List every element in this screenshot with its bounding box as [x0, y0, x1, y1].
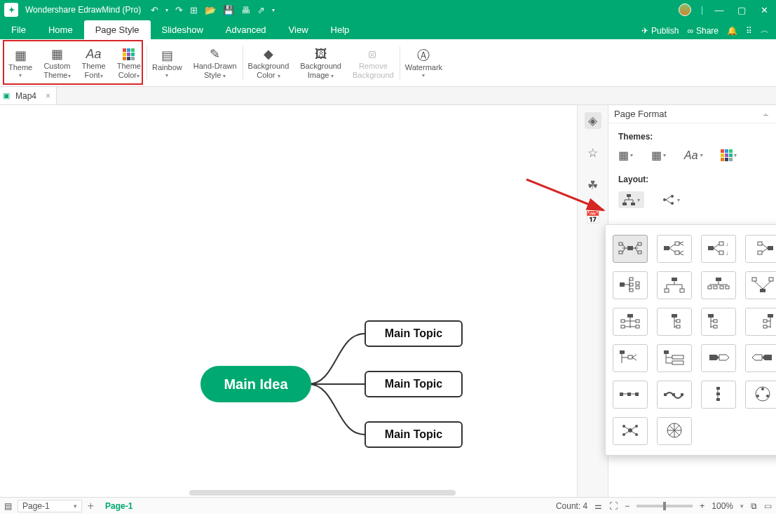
user-avatar-icon[interactable] [679, 4, 691, 16]
horizontal-scrollbar[interactable] [189, 490, 456, 496]
redo-icon[interactable]: ↷ [175, 5, 183, 15]
notifications-icon[interactable]: 🔔 [727, 26, 737, 36]
theme-color-button[interactable]: ▾ [721, 149, 737, 161]
layout-option[interactable] [745, 308, 776, 336]
layout-option[interactable] [657, 271, 692, 299]
layout-option[interactable] [657, 417, 692, 445]
ribbon-bg-image[interactable]: 🖼 Background Image ▾ [294, 42, 347, 84]
mind-topic-node[interactable]: Main Topic [365, 320, 463, 347]
layout-option[interactable] [657, 235, 692, 263]
ribbon-bg-color[interactable]: ◆ Background Color ▾ [243, 42, 295, 84]
svg-line-20 [622, 248, 625, 252]
star-icon[interactable]: ☆ [585, 144, 601, 161]
outline-icon[interactable]: ▤ [4, 501, 12, 511]
single-page-icon[interactable]: ▭ [764, 501, 772, 511]
custom-theme-button[interactable]: ▦▾ [651, 149, 666, 162]
share-button[interactable]: ∞ Share [687, 26, 719, 36]
menu-help[interactable]: Help [320, 20, 361, 39]
svg-rect-26 [675, 242, 679, 245]
bg-color-icon: ◆ [264, 46, 273, 62]
add-page-button[interactable]: + [88, 500, 94, 512]
minimize-button[interactable]: — [713, 5, 726, 15]
qat-dd-icon[interactable]: ▾ [272, 7, 275, 13]
ribbon-watermark[interactable]: Ⓐ Watermark▾ [400, 42, 448, 84]
fit-icon[interactable]: ⛶ [609, 501, 618, 511]
menu-advanced[interactable]: Advanced [215, 20, 278, 39]
menu-slideshow[interactable]: Slideshow [151, 20, 215, 39]
layout-option[interactable] [745, 271, 776, 299]
theme-preset-button[interactable]: ▦▾ [618, 149, 633, 162]
theme-color-icon [123, 46, 135, 62]
layout-option[interactable] [613, 271, 648, 299]
layout-structure-button[interactable]: ▾ [618, 191, 644, 208]
layout-option[interactable] [745, 235, 776, 263]
collapse-ribbon-icon[interactable]: ︿ [761, 25, 769, 36]
format-icon[interactable]: ◈ [585, 112, 601, 129]
pin-icon[interactable]: ⫠ [761, 109, 770, 119]
svg-rect-93 [768, 314, 773, 318]
layout-structure-icon [622, 194, 635, 205]
sliders-icon[interactable]: ⚌ [594, 501, 602, 511]
calendar-icon[interactable]: 📅 [585, 209, 601, 226]
layout-option[interactable] [657, 344, 692, 372]
undo-dd-icon[interactable]: ▾ [165, 7, 168, 13]
canvas[interactable]: Main Idea Main Topic Main Topic Main Top… [0, 105, 577, 497]
page-selector[interactable]: Page-1 ▾ [18, 500, 82, 512]
svg-line-134 [630, 426, 637, 430]
ribbon-theme[interactable]: ▦ Theme▾ [3, 42, 38, 84]
clover-icon[interactable]: ☘ [585, 177, 601, 193]
undo-icon[interactable]: ↶ [151, 5, 158, 15]
layout-option[interactable] [701, 271, 736, 299]
grid-icon[interactable]: ⠿ [746, 26, 752, 36]
layout-option[interactable] [745, 344, 776, 372]
svg-point-11 [671, 202, 674, 205]
menu-page-style[interactable]: Page Style [84, 20, 151, 39]
layout-option[interactable]: ↓↓ [701, 235, 736, 263]
zoom-out-button[interactable]: − [625, 501, 629, 511]
new-icon[interactable]: ⊞ [190, 5, 198, 15]
ribbon-theme-color[interactable]: Theme Color▾ [111, 42, 147, 84]
menu-home[interactable]: Home [37, 20, 84, 39]
document-tab[interactable]: ▣ Map4 × [0, 87, 57, 104]
svg-rect-63 [714, 286, 717, 289]
layout-option[interactable] [613, 235, 648, 263]
layout-option[interactable] [613, 417, 648, 445]
ribbon-rainbow[interactable]: ▤ Rainbow▾ [147, 42, 188, 84]
maximize-button[interactable]: ▢ [735, 5, 748, 15]
page-tab[interactable]: Page-1 [100, 501, 138, 511]
layout-option[interactable] [701, 344, 736, 372]
open-icon[interactable]: 📂 [205, 5, 216, 15]
layout-option[interactable] [657, 381, 692, 409]
svg-line-29 [679, 243, 683, 245]
document-tab-bar: ▣ Map4 × [0, 87, 776, 105]
ribbon-hand-drawn[interactable]: ✎ Hand-Drawn Style ▾ [188, 42, 243, 84]
zoom-slider[interactable] [637, 505, 693, 507]
zoom-in-button[interactable]: + [700, 501, 704, 511]
mind-topic-node[interactable]: Main Topic [365, 371, 463, 397]
mind-topic-node[interactable]: Main Topic [365, 421, 463, 448]
layout-option[interactable] [701, 381, 736, 409]
publish-button[interactable]: ✈ Publish [641, 26, 679, 36]
close-tab-icon[interactable]: × [46, 91, 50, 101]
save-icon[interactable]: 💾 [223, 5, 234, 15]
print-icon[interactable]: 🖶 [241, 5, 250, 15]
menu-view[interactable]: View [278, 20, 320, 39]
layout-branch-button[interactable]: ▾ [658, 192, 684, 207]
layout-option[interactable] [745, 381, 776, 409]
page-view-icon[interactable]: ⧉ [751, 501, 757, 511]
ribbon-theme-font[interactable]: Aa Theme Font▾ [76, 42, 111, 84]
svg-line-41 [762, 248, 768, 252]
svg-rect-32 [708, 246, 714, 250]
mind-root-node[interactable]: Main Idea [200, 366, 311, 402]
svg-rect-84 [676, 325, 680, 328]
layout-option[interactable] [613, 344, 648, 372]
layout-option[interactable] [657, 308, 692, 336]
theme-font-button[interactable]: Aa▾ [684, 149, 702, 162]
export-icon[interactable]: ⇗ [257, 5, 265, 15]
menu-file[interactable]: File [0, 20, 37, 39]
close-button[interactable]: ✕ [758, 5, 770, 15]
layout-option[interactable] [613, 381, 648, 409]
ribbon-custom-theme[interactable]: ▦ Custom Theme▾ [38, 42, 76, 84]
layout-option[interactable] [701, 308, 736, 336]
layout-option[interactable] [613, 308, 648, 336]
